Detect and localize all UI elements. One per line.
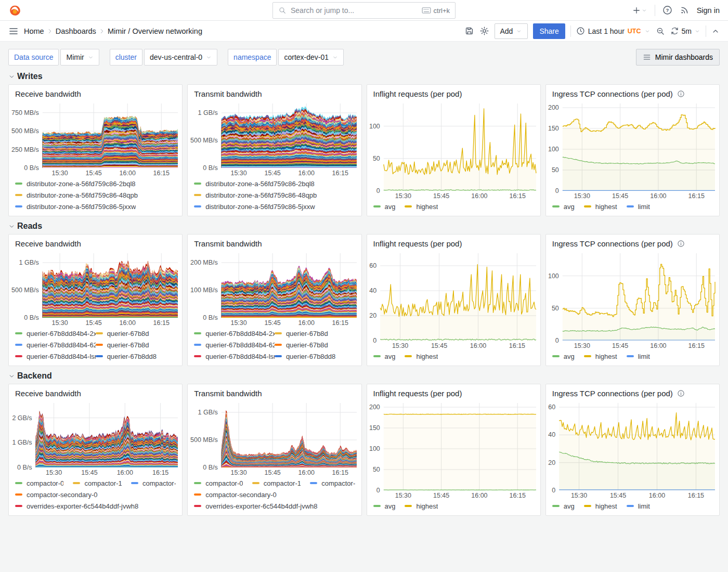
legend-item-querier-67b8dd84b4-62qz7[interactable]: querier-67b8dd84b4-62qz7 — [15, 341, 96, 349]
add-menu-button[interactable] — [632, 6, 647, 15]
legend-item-highest[interactable]: highest — [405, 502, 438, 510]
legend-item-avg[interactable]: avg — [373, 203, 396, 211]
legend-item-querier-67b8d[interactable]: querier-67b8d — [96, 330, 176, 337]
legend-item-querier-67b8dd84b4-lsrvt[interactable]: querier-67b8dd84b4-lsrvt — [15, 353, 96, 360]
legend-item-distributor-zone-a-56fd759c86-2bql8[interactable]: distributor-zone-a-56fd759c86-2bql8 — [15, 180, 136, 188]
panel-info-icon[interactable] — [677, 389, 685, 397]
legend-item-avg[interactable]: avg — [552, 353, 575, 360]
legend-item-distributor-zone-a-56fd759c86-5jxxw[interactable]: distributor-zone-a-56fd759c86-5jxxw — [15, 203, 136, 211]
legend-item-avg[interactable]: avg — [373, 502, 396, 510]
time-series-chart-transmit-bandwidth[interactable]: 0 B/s500 MB/s1 GB/s15:3015:4516:0016:15 — [188, 400, 361, 477]
dashboard-settings-button[interactable] — [479, 26, 489, 36]
time-series-chart-ingress-tcp-connections-per-pod[interactable]: 05010015020015:3015:4516:0016:15 — [546, 100, 719, 200]
collapse-toolbar-button[interactable] — [711, 27, 720, 35]
panel-info-icon[interactable] — [677, 90, 685, 98]
variable-cluster-value[interactable]: dev-us-central-0 — [144, 49, 217, 66]
section-header-reads[interactable]: Reads — [8, 218, 720, 234]
legend-item-compactor-secondary-0[interactable]: compactor-secondary-0 — [194, 491, 277, 499]
variable-datasource-value[interactable]: Mimir — [60, 49, 99, 66]
time-series-chart-ingress-tcp-connections-per-pod[interactable]: 020406015:3015:4516:0016:15 — [546, 400, 719, 500]
legend-item-querier-67b8dd84b4-lsrvt[interactable]: querier-67b8dd84b4-lsrvt — [194, 353, 275, 360]
time-series-chart-inflight-requests-per-pod[interactable]: 05010015020015:3015:4516:0016:15 — [367, 400, 540, 500]
panel-title[interactable]: Transmit bandwidth — [194, 239, 262, 248]
mimir-dashboards-button[interactable]: Mimir dashboards — [636, 49, 720, 66]
panel-info-icon[interactable] — [677, 240, 685, 248]
time-series-chart-ingress-tcp-connections-per-pod[interactable]: 05010015:3015:4516:0016:15 — [546, 250, 719, 350]
legend-item-querier-67b8dd84b4-2xcwv[interactable]: querier-67b8dd84b4-2xcwv — [194, 330, 275, 337]
legend-item-highest[interactable]: highest — [405, 203, 438, 211]
grafana-logo[interactable] — [8, 4, 22, 17]
panel-title[interactable]: Inflight requests (per pod) — [373, 89, 462, 98]
zoom-out-button[interactable] — [656, 27, 665, 36]
legend-item-querier-67b8dd8[interactable]: querier-67b8dd8 — [96, 353, 176, 360]
panel-title[interactable]: Receive bandwidth — [15, 239, 81, 248]
legend-item-avg[interactable]: avg — [552, 502, 575, 510]
legend-item-limit[interactable]: limit — [627, 353, 650, 360]
legend-item-compactor[interactable]: compactor- — [310, 479, 355, 487]
variable-cluster-label[interactable]: cluster — [110, 49, 142, 66]
section-header-backend[interactable]: Backend — [8, 368, 720, 384]
refresh-picker[interactable]: 5m — [670, 27, 700, 35]
legend-item-querier-67b8dd84b4-62qz7[interactable]: querier-67b8dd84b4-62qz7 — [194, 341, 275, 349]
legend-item-avg[interactable]: avg — [552, 203, 575, 211]
legend-item-limit[interactable]: limit — [627, 502, 650, 510]
legend-item-highest[interactable]: highest — [584, 502, 617, 510]
news-button[interactable] — [680, 5, 690, 15]
time-series-chart-transmit-bandwidth[interactable]: 0 B/s100 MB/s200 MB/s15:3015:4516:0016:1… — [188, 250, 361, 327]
legend-series-color — [15, 355, 22, 357]
save-dashboard-button[interactable] — [464, 26, 474, 36]
share-button[interactable]: Share — [533, 23, 565, 39]
time-series-chart-receive-bandwidth[interactable]: 0 B/s1 GB/s2 GB/s15:3015:4516:0016:15 — [9, 400, 182, 477]
legend-item-overrides-exporter-6c544b4ddf-jvwh8[interactable]: overrides-exporter-6c544b4ddf-jvwh8 — [194, 502, 317, 510]
legend-item-highest[interactable]: highest — [584, 353, 617, 360]
time-range-picker[interactable]: Last 1 hour UTC — [576, 27, 651, 35]
variable-datasource-label[interactable]: Data source — [8, 49, 59, 66]
legend-item-distributor-zone-a-56fd759c86-5jxxw[interactable]: distributor-zone-a-56fd759c86-5jxxw — [194, 203, 315, 211]
legend-item-compactor-1[interactable]: compactor-1 — [252, 479, 301, 487]
sign-in-link[interactable]: Sign in — [697, 6, 720, 15]
panel-title[interactable]: Inflight requests (per pod) — [373, 239, 462, 248]
time-series-chart-inflight-requests-per-pod[interactable]: 05010015:3015:4516:0016:15 — [367, 100, 540, 200]
legend-item-distributor-zone-a-56fd759c86-48qpb[interactable]: distributor-zone-a-56fd759c86-48qpb — [15, 191, 138, 199]
legend-item-limit[interactable]: limit — [627, 203, 650, 211]
search-input[interactable]: Search or jump to... ctrl+k — [272, 2, 456, 19]
legend-item-querier-67b8d[interactable]: querier-67b8d — [96, 341, 176, 349]
legend-item-compactor-0[interactable]: compactor-0 — [15, 479, 63, 487]
panel-title[interactable]: Ingress TCP connections (per pod) — [552, 389, 673, 398]
panel-title[interactable]: Transmit bandwidth — [194, 89, 262, 98]
legend-item-querier-67b8d[interactable]: querier-67b8d — [275, 341, 355, 349]
add-panel-button[interactable]: Add — [495, 23, 528, 39]
legend-item-highest[interactable]: highest — [584, 203, 617, 211]
mega-menu-toggle[interactable] — [8, 26, 19, 36]
help-button[interactable]: ? — [662, 5, 672, 15]
panel-title[interactable]: Ingress TCP connections (per pod) — [552, 89, 673, 98]
panel-title[interactable]: Receive bandwidth — [15, 89, 81, 98]
breadcrumb-home[interactable]: Home — [24, 27, 44, 35]
legend-item-querier-67b8d[interactable]: querier-67b8d — [275, 330, 355, 337]
variable-namespace-label[interactable]: namespace — [228, 49, 277, 66]
panel-title[interactable]: Receive bandwidth — [15, 389, 81, 398]
panel-title[interactable]: Inflight requests (per pod) — [373, 389, 462, 398]
time-series-chart-inflight-requests-per-pod[interactable]: 020406015:3015:4516:0016:15 — [367, 250, 540, 350]
time-series-chart-receive-bandwidth[interactable]: 0 B/s500 MB/s1 GB/s15:3015:4516:0016:15 — [9, 250, 182, 327]
legend-item-overrides-exporter-6c544b4ddf-jvwh8[interactable]: overrides-exporter-6c544b4ddf-jvwh8 — [15, 502, 138, 510]
legend-item-querier-67b8dd8[interactable]: querier-67b8dd8 — [275, 353, 355, 360]
legend-item-compactor-1[interactable]: compactor-1 — [73, 479, 121, 487]
breadcrumb-dashboards[interactable]: Dashboards — [56, 27, 96, 35]
svg-text:500 MB/s: 500 MB/s — [190, 436, 218, 444]
legend-row: compactor-secondary-0 — [15, 489, 176, 500]
legend-item-compactor-0[interactable]: compactor-0 — [194, 479, 242, 487]
legend-item-querier-67b8dd84b4-2xcwv[interactable]: querier-67b8dd84b4-2xcwv — [15, 330, 96, 337]
panel-title[interactable]: Ingress TCP connections (per pod) — [552, 239, 673, 248]
variable-namespace-value[interactable]: cortex-dev-01 — [278, 49, 344, 66]
panel-title[interactable]: Transmit bandwidth — [194, 389, 262, 398]
legend-item-distributor-zone-a-56fd759c86-48qpb[interactable]: distributor-zone-a-56fd759c86-48qpb — [194, 191, 317, 199]
legend-item-compactor[interactable]: compactor- — [131, 479, 176, 487]
time-series-chart-receive-bandwidth[interactable]: 0 B/s250 MB/s500 MB/s750 MB/s15:3015:451… — [9, 100, 182, 177]
time-series-chart-transmit-bandwidth[interactable]: 0 B/s500 MB/s1 GB/s15:3015:4516:0016:15 — [188, 100, 361, 177]
legend-item-distributor-zone-a-56fd759c86-2bql8[interactable]: distributor-zone-a-56fd759c86-2bql8 — [194, 180, 315, 188]
legend-item-compactor-secondary-0[interactable]: compactor-secondary-0 — [15, 491, 98, 499]
legend-item-highest[interactable]: highest — [405, 353, 438, 360]
legend-item-avg[interactable]: avg — [373, 353, 396, 360]
section-header-writes[interactable]: Writes — [8, 69, 720, 84]
